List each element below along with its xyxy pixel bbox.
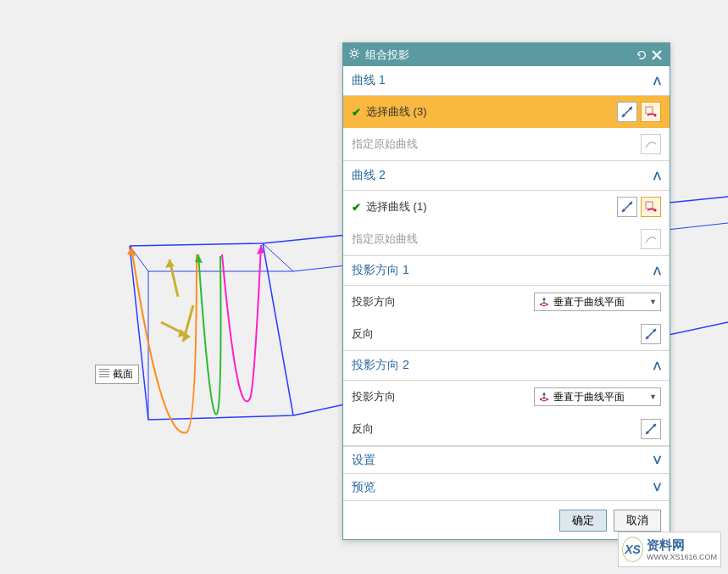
svg-marker-37 — [542, 393, 546, 395]
swap-direction-icon[interactable] — [617, 102, 637, 122]
projdir1-method-label: 投影方向 — [352, 294, 420, 309]
curve-on-surface-icon[interactable] — [641, 102, 661, 122]
section-curve1-label: 曲线 1 — [352, 73, 653, 88]
svg-point-9 — [352, 51, 356, 55]
section-preview-header[interactable]: 预览 ᐯ — [343, 473, 670, 500]
projdir1-dropdown[interactable]: 垂直于曲线平面 ▼ — [534, 293, 661, 311]
check-icon: ✔ — [352, 201, 361, 214]
section-preview-label: 预览 — [352, 480, 653, 495]
svg-line-16 — [351, 56, 352, 57]
chevron-down-icon: ▼ — [649, 298, 657, 306]
reverse-direction-button[interactable] — [641, 324, 661, 344]
perpendicular-plane-icon — [538, 391, 550, 403]
svg-line-15 — [357, 56, 358, 57]
section-settings-label: 设置 — [352, 453, 653, 468]
projdir2-dropdown[interactable]: 垂直于曲线平面 ▼ — [534, 387, 661, 406]
curve2-select-row[interactable]: ✔ 选择曲线 (1) — [343, 191, 670, 223]
dialog-titlebar[interactable]: 组合投影 — [343, 43, 670, 66]
svg-marker-5 — [165, 259, 175, 268]
section-view-tag[interactable]: 截面 — [95, 365, 139, 384]
swap-direction-icon[interactable] — [617, 197, 637, 217]
chevron-down-icon: ▼ — [649, 393, 657, 401]
projdir2-method-label: 投影方向 — [352, 389, 420, 404]
chevron-down-icon: ᐯ — [653, 454, 661, 466]
svg-line-17 — [357, 50, 358, 51]
projdir2-method-row: 投影方向 垂直于曲线平面 ▼ — [343, 381, 670, 413]
svg-point-25 — [654, 114, 657, 117]
tangent-curve-icon — [641, 134, 661, 154]
watermark-url: WWW.XS1616.COM — [647, 553, 717, 562]
svg-point-30 — [654, 209, 657, 212]
ok-button[interactable]: 确定 — [559, 510, 607, 532]
section-curve1-header[interactable]: 曲线 1 ᐱ — [343, 66, 670, 96]
perpendicular-plane-icon — [538, 296, 550, 308]
projdir1-reverse-row: 反向 — [343, 318, 670, 350]
curve1-select-label: 选择曲线 (3) — [366, 104, 614, 120]
curve2-specify-original-row: 指定原始曲线 — [343, 223, 670, 255]
reverse-direction-button[interactable] — [641, 419, 661, 439]
close-icon[interactable] — [649, 47, 664, 63]
chevron-up-icon: ᐱ — [653, 173, 661, 179]
svg-marker-32 — [542, 298, 546, 300]
section-curve2-label: 曲线 2 — [352, 168, 653, 183]
chevron-up-icon: ᐱ — [653, 268, 661, 274]
section-projdir2-label: 投影方向 2 — [352, 358, 653, 373]
watermark-logo: XS — [622, 537, 643, 562]
section-curve2-body: ✔ 选择曲线 (1) 指定原始曲线 — [343, 191, 670, 256]
section-settings-header[interactable]: 设置 ᐯ — [343, 446, 670, 473]
projdir2-dropdown-value: 垂直于曲线平面 — [553, 390, 649, 404]
section-projdir1-body: 投影方向 垂直于曲线平面 ▼ 反向 — [343, 286, 670, 351]
section-tag-label: 截面 — [113, 368, 133, 380]
chevron-down-icon: ᐯ — [653, 481, 661, 493]
curve2-select-label: 选择曲线 (1) — [366, 199, 614, 215]
projdir1-dropdown-value: 垂直于曲线平面 — [553, 295, 649, 309]
projdir1-method-row: 投影方向 垂直于曲线平面 ▼ — [343, 286, 670, 318]
svg-rect-29 — [646, 202, 653, 209]
watermark: XS 资料网 WWW.XS1616.COM — [618, 532, 721, 567]
curve2-specify-original-label: 指定原始曲线 — [352, 231, 637, 247]
curve-on-surface-icon[interactable] — [641, 197, 661, 217]
reset-icon[interactable] — [634, 47, 649, 63]
section-projdir2-body: 投影方向 垂直于曲线平面 ▼ 反向 — [343, 381, 670, 446]
chevron-up-icon: ᐱ — [653, 363, 661, 369]
section-projdir2-header[interactable]: 投影方向 2 ᐱ — [343, 351, 670, 381]
curve1-specify-original-row: 指定原始曲线 — [343, 128, 670, 160]
curve1-specify-original-label: 指定原始曲线 — [352, 137, 637, 152]
section-curve2-header[interactable]: 曲线 2 ᐱ — [343, 161, 670, 191]
dialog-title-text: 组合投影 — [365, 47, 409, 63]
svg-marker-6 — [127, 247, 136, 256]
projdir1-reverse-label: 反向 — [352, 326, 420, 342]
projdir2-reverse-label: 反向 — [352, 421, 420, 437]
tangent-curve-icon — [641, 229, 661, 249]
projdir2-reverse-row: 反向 — [343, 413, 670, 445]
chevron-up-icon: ᐱ — [653, 78, 661, 84]
section-projdir1-label: 投影方向 1 — [352, 263, 653, 278]
cancel-button[interactable]: 取消 — [614, 510, 661, 532]
watermark-title: 资料网 — [647, 538, 717, 553]
svg-rect-24 — [646, 107, 653, 114]
combined-projection-dialog: 组合投影 曲线 1 ᐱ ✔ 选择曲线 (3) 指定原始曲线 — [342, 42, 670, 540]
svg-line-14 — [351, 50, 352, 51]
curve1-select-row[interactable]: ✔ 选择曲线 (3) — [343, 96, 670, 128]
gear-icon[interactable] — [348, 47, 360, 62]
section-projdir1-header[interactable]: 投影方向 1 ᐱ — [343, 256, 670, 286]
section-curve1-body: ✔ 选择曲线 (3) 指定原始曲线 — [343, 96, 670, 161]
check-icon: ✔ — [352, 106, 361, 119]
